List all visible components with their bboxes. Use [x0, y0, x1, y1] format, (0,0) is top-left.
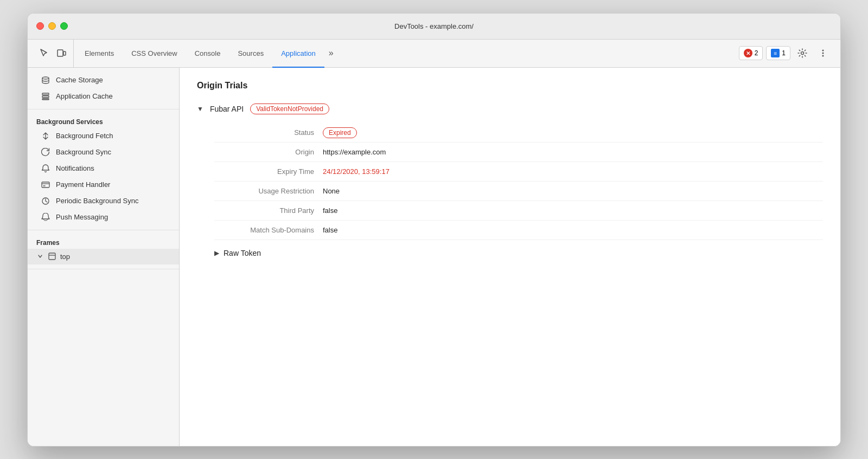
tab-list: Elements CSS Overview Console Sources Ap…: [76, 40, 739, 67]
svg-point-2: [801, 52, 804, 55]
tab-actions: ✕ 2 ≡ 1: [739, 40, 836, 67]
frame-window-icon: [48, 253, 56, 260]
status-value: Expired: [323, 123, 823, 143]
minimize-button[interactable]: [48, 22, 56, 30]
raw-token-expand-arrow[interactable]: ▶: [214, 249, 219, 257]
svg-rect-9: [42, 99, 49, 100]
expired-badge: Expired: [323, 127, 357, 138]
tab-sources[interactable]: Sources: [229, 40, 272, 68]
sidebar-bg-services-header: Background Services: [28, 114, 179, 128]
tool-buttons: [32, 40, 74, 67]
settings-button[interactable]: [794, 44, 811, 62]
usage-restriction-label: Usage Restriction: [214, 182, 323, 201]
notifications-icon: [41, 164, 50, 173]
frame-arrow-icon: [36, 253, 44, 260]
traffic-lights: [36, 22, 68, 30]
trial-item: ▼ Fubar API ValidTokenNotProvided Status…: [197, 104, 823, 257]
sidebar-item-top-frame[interactable]: top: [28, 249, 179, 264]
tab-more-button[interactable]: »: [324, 40, 338, 67]
origin-label: Origin: [214, 143, 323, 162]
tab-elements[interactable]: Elements: [76, 40, 123, 68]
devtools-window: DevTools - example.com/ Elements CSS Ove…: [27, 13, 841, 447]
error-icon: ✕: [744, 49, 752, 57]
tabsbar: Elements CSS Overview Console Sources Ap…: [28, 40, 840, 68]
sidebar-item-push-messaging[interactable]: Push Messaging: [28, 209, 179, 225]
tab-application[interactable]: Application: [272, 40, 324, 68]
origin-value: https://example.com: [323, 143, 823, 162]
sidebar: Cache Storage Application Cache Backgrou: [28, 68, 180, 446]
sidebar-item-cache-storage[interactable]: Cache Storage: [28, 72, 179, 88]
usage-restriction-value: None: [323, 182, 823, 201]
bg-fetch-icon: [41, 131, 50, 141]
sidebar-item-payment-handler[interactable]: Payment Handler: [28, 177, 179, 193]
trial-details: Status Expired Origin https://example.co…: [214, 123, 823, 240]
push-messaging-icon: [41, 212, 50, 222]
push-messaging-label: Push Messaging: [56, 213, 108, 221]
error-badge-button[interactable]: ✕ 2: [739, 46, 763, 60]
match-subdomains-value: false: [323, 221, 823, 240]
payment-handler-label: Payment Handler: [56, 180, 110, 189]
info-icon: ≡: [771, 49, 780, 57]
sidebar-frames-header: Frames: [28, 235, 179, 249]
right-panel: Origin Trials ▼ Fubar API ValidTokenNotP…: [180, 68, 840, 446]
sidebar-storage-section: Cache Storage Application Cache: [28, 68, 179, 109]
sidebar-item-bg-fetch[interactable]: Background Fetch: [28, 128, 179, 144]
sidebar-item-periodic-bg-sync[interactable]: Periodic Background Sync: [28, 193, 179, 209]
info-badge-button[interactable]: ≡ 1: [766, 46, 790, 60]
raw-token-row: ▶ Raw Token: [214, 249, 823, 257]
more-options-button[interactable]: [814, 44, 832, 62]
sidebar-frames-section: Frames top: [28, 230, 179, 269]
trial-name: Fubar API: [210, 105, 244, 113]
cache-storage-label: Cache Storage: [56, 76, 103, 84]
svg-rect-12: [49, 253, 55, 260]
main-content: Cache Storage Application Cache Backgrou: [28, 68, 840, 446]
application-cache-icon: [41, 92, 50, 101]
inspect-icon[interactable]: [36, 46, 52, 61]
svg-point-3: [822, 50, 824, 51]
application-cache-label: Application Cache: [56, 92, 113, 100]
info-count: 1: [782, 49, 786, 57]
sidebar-item-bg-sync[interactable]: Background Sync: [28, 144, 179, 160]
svg-point-6: [42, 77, 49, 79]
periodic-bg-sync-icon: [41, 196, 50, 206]
raw-token-label: Raw Token: [224, 249, 261, 257]
panel-title: Origin Trials: [197, 81, 823, 90]
sidebar-item-notifications[interactable]: Notifications: [28, 160, 179, 177]
trial-expand-arrow[interactable]: ▼: [197, 105, 203, 113]
trial-header: ▼ Fubar API ValidTokenNotProvided: [197, 104, 823, 114]
bg-fetch-label: Background Fetch: [56, 132, 113, 140]
svg-point-4: [822, 53, 824, 54]
sidebar-item-application-cache[interactable]: Application Cache: [28, 88, 179, 105]
expiry-time-label: Expiry Time: [214, 162, 323, 182]
svg-point-5: [822, 55, 824, 57]
svg-rect-7: [42, 93, 49, 95]
close-button[interactable]: [36, 22, 44, 30]
error-count: 2: [755, 49, 758, 57]
titlebar: DevTools - example.com/: [28, 14, 840, 40]
svg-rect-8: [42, 96, 49, 98]
third-party-label: Third Party: [214, 201, 323, 221]
maximize-button[interactable]: [60, 22, 68, 30]
periodic-bg-sync-label: Periodic Background Sync: [56, 197, 138, 205]
tab-console[interactable]: Console: [186, 40, 229, 68]
window-title: DevTools - example.com/: [394, 22, 474, 30]
notifications-label: Notifications: [56, 164, 94, 172]
bg-sync-label: Background Sync: [56, 148, 111, 156]
sidebar-bg-services-section: Background Services Background Fetch: [28, 109, 179, 230]
svg-rect-1: [63, 51, 66, 55]
tab-css-overview[interactable]: CSS Overview: [123, 40, 186, 68]
svg-rect-0: [58, 50, 63, 56]
expiry-time-value: 24/12/2020, 13:59:17: [323, 162, 823, 182]
bg-sync-icon: [41, 147, 50, 157]
payment-handler-icon: [41, 180, 50, 190]
svg-rect-10: [42, 182, 49, 188]
trial-status-badge: ValidTokenNotProvided: [250, 104, 329, 114]
status-label: Status: [214, 123, 323, 143]
top-frame-label: top: [60, 253, 70, 261]
match-subdomains-label: Match Sub-Domains: [214, 221, 323, 240]
third-party-value: false: [323, 201, 823, 221]
device-icon[interactable]: [54, 46, 69, 61]
cache-storage-icon: [41, 75, 50, 85]
